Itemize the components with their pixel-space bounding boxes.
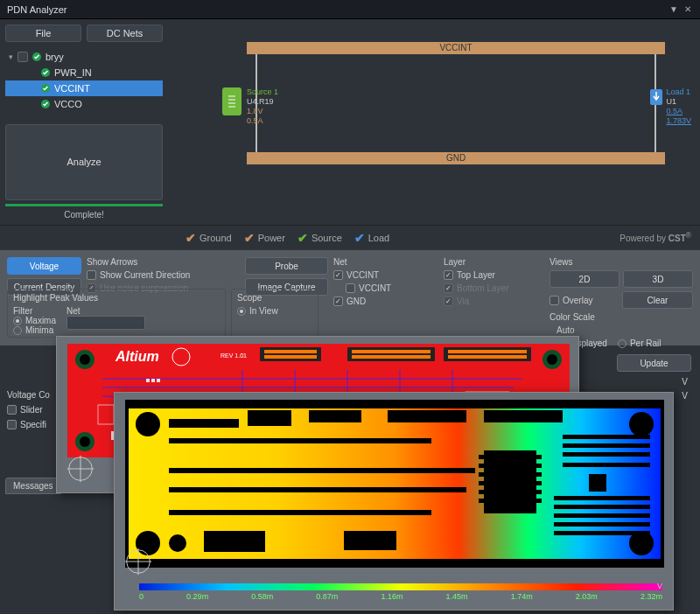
svg-rect-79 <box>554 513 650 518</box>
highlight-title: Highlight Peak Values <box>13 293 220 303</box>
load-name: Load 1 <box>666 87 691 97</box>
checkbox[interactable] <box>18 52 28 62</box>
svg-rect-78 <box>554 505 650 509</box>
radio[interactable] <box>13 326 22 335</box>
radio[interactable] <box>618 339 626 348</box>
ok-icon <box>40 99 51 109</box>
top-net-bar[interactable]: VCCINT <box>247 42 665 54</box>
progress-bar <box>5 204 163 206</box>
dropdown-icon[interactable]: ▼ <box>668 4 679 15</box>
checkbox[interactable] <box>444 270 453 280</box>
close-icon[interactable]: ✕ <box>682 4 693 15</box>
check-icon: ✔ <box>354 231 365 245</box>
view-3d-button[interactable]: 3D <box>623 270 693 288</box>
scale-unit: V <box>657 582 662 590</box>
update-button[interactable]: Update <box>617 354 691 372</box>
checkbox[interactable] <box>333 270 343 280</box>
messages-tab[interactable]: Messages <box>5 478 61 494</box>
source-icon <box>222 87 242 115</box>
svg-rect-74 <box>563 443 650 448</box>
specific-label: Specifi <box>20 420 46 429</box>
svg-rect-71 <box>536 490 542 494</box>
scale-tick: 0.87m <box>316 592 338 601</box>
checkbox[interactable] <box>7 405 17 415</box>
dcnets-button[interactable]: DC Nets <box>87 24 163 42</box>
check-icon: ✔ <box>186 231 196 245</box>
scale-tick: 0.58m <box>251 592 273 601</box>
scale-tick: 0.29m <box>186 592 208 601</box>
compass-icon[interactable] <box>122 545 155 578</box>
radio[interactable] <box>13 317 22 325</box>
filter-label: Filter <box>13 306 56 316</box>
svg-rect-82 <box>589 474 606 492</box>
scale-tick: 1.16m <box>381 592 402 601</box>
powered-by: Powered by CST® <box>620 231 691 243</box>
load-block[interactable]: Load 1 U1 0.5A 1.783V <box>650 87 691 126</box>
pcb-rev: REV 1.01 <box>220 352 247 359</box>
radio[interactable] <box>237 307 246 316</box>
left-panel: File DC Nets ▾ bryy PWR_IN VCCINT VCCO <box>0 19 168 225</box>
svg-rect-56 <box>248 410 291 426</box>
net-tree: ▾ bryy PWR_IN VCCINT VCCO <box>5 49 163 124</box>
svg-rect-52 <box>169 438 431 443</box>
checkbox[interactable] <box>7 420 17 429</box>
legend-power: Power <box>258 233 285 243</box>
svg-rect-65 <box>479 490 484 494</box>
voltage-button[interactable]: Voltage <box>7 257 81 275</box>
svg-rect-67 <box>536 455 542 459</box>
view-2d-button[interactable]: 2D <box>550 270 620 288</box>
svg-rect-38 <box>151 379 155 382</box>
svg-rect-39 <box>157 379 160 382</box>
tree-item-vccint[interactable]: VCCINT <box>5 80 163 96</box>
schematic-canvas[interactable]: VCCINT GND Source 1 U4.R19 1.8V 0.5A Loa… <box>168 19 700 225</box>
svg-rect-54 <box>169 487 466 492</box>
show-arrows-label: Show Arrows <box>87 257 240 267</box>
views-label: Views <box>550 257 693 267</box>
ok-icon <box>40 67 51 78</box>
svg-rect-69 <box>536 472 542 477</box>
svg-rect-81 <box>554 531 650 535</box>
collapse-icon[interactable]: ▾ <box>9 52 18 61</box>
probe-button[interactable]: Probe <box>245 257 328 275</box>
svg-rect-80 <box>554 522 650 527</box>
source-block[interactable]: Source 1 U4.R19 1.8V 0.5A <box>222 87 278 126</box>
check-icon: ✔ <box>244 231 255 245</box>
svg-rect-61 <box>479 455 484 459</box>
net-select[interactable] <box>66 316 145 330</box>
v-suffix: V <box>617 375 691 389</box>
checkbox[interactable] <box>87 270 96 280</box>
app-title: PDN Analyzer <box>7 4 668 15</box>
pcb-thermal-window[interactable]: V 0 0.29m 0.58m 0.87m 1.16m 1.45m 1.74m … <box>114 392 674 611</box>
svg-rect-24 <box>352 350 430 353</box>
svg-rect-66 <box>479 499 484 503</box>
svg-rect-63 <box>479 472 484 477</box>
minima-label: Minima <box>25 325 53 335</box>
svg-rect-84 <box>344 531 396 550</box>
tree-item-pwrin[interactable]: PWR_IN <box>5 65 163 80</box>
pcb-thermal-view[interactable] <box>125 400 664 568</box>
legend-row: ✔Ground ✔Power ✔Source ✔Load Powered by … <box>0 225 700 249</box>
scale-tick: 1.45m <box>446 592 468 601</box>
svg-point-15 <box>80 436 90 447</box>
compass-icon[interactable] <box>64 452 97 485</box>
source-volt: 1.8V <box>247 107 278 116</box>
svg-rect-75 <box>563 452 650 457</box>
analyze-button[interactable]: Analyze <box>5 124 163 201</box>
tree-root[interactable]: ▾ bryy <box>5 49 163 65</box>
scale-tick: 1.74m <box>511 592 533 601</box>
color-scale: V 0 0.29m 0.58m 0.87m 1.16m 1.45m 1.74m … <box>139 583 662 603</box>
net-label: Net <box>333 257 438 267</box>
bottom-net-bar[interactable]: GND <box>247 152 665 164</box>
svg-rect-53 <box>169 468 475 473</box>
file-button[interactable]: File <box>5 24 81 42</box>
svg-rect-72 <box>536 499 542 503</box>
svg-rect-57 <box>309 410 361 422</box>
svg-rect-4 <box>227 93 237 110</box>
load-volt: 1.783V <box>666 116 691 126</box>
scale-gradient <box>139 583 662 590</box>
show-current-label: Show Current Direction <box>100 270 190 280</box>
ok-icon <box>32 52 42 62</box>
svg-rect-22 <box>264 350 317 353</box>
tree-item-vcco[interactable]: VCCO <box>5 96 163 112</box>
svg-point-13 <box>547 354 557 365</box>
